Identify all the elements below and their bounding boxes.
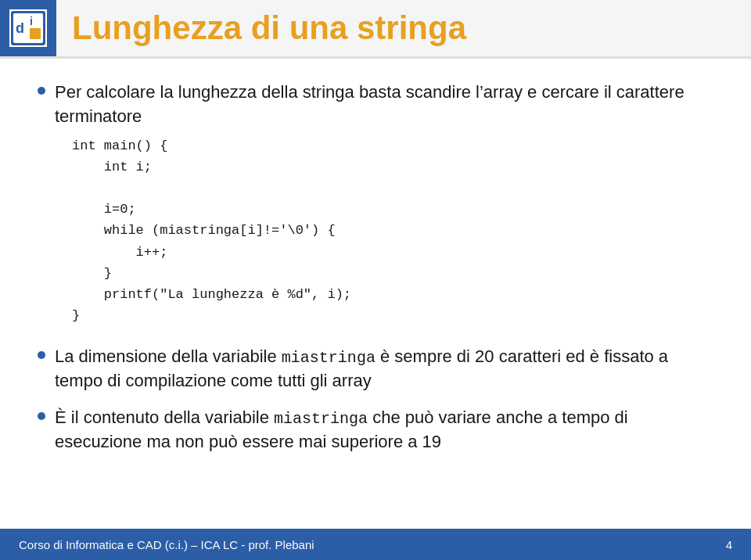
svg-text:i: i [30, 15, 33, 27]
code-line-2: int i; [72, 156, 713, 178]
footer-page-number: 4 [726, 538, 732, 551]
code-line-4: i=0; [72, 199, 713, 220]
code-line-6: i++; [72, 242, 713, 263]
slide-title: Lunghezza di una stringa [56, 9, 466, 47]
svg-text:d: d [16, 20, 24, 36]
code-line-1: int main() { [72, 135, 713, 156]
slide-container: d i Lunghezza di una stringa Per calcola… [0, 0, 751, 560]
code-line-7: } [72, 263, 713, 284]
code-line-9: } [72, 305, 713, 326]
main-content: Per calcolare la lunghezza della stringa… [0, 59, 751, 529]
code-line-5: while (miastringa[i]!='\0') { [72, 220, 713, 241]
bullet-2-text-part1: La dimensione della variabile [55, 346, 282, 366]
bullet-2-code: miastringa [282, 349, 376, 367]
code-line-8: printf("La lunghezza è %d", i); [72, 284, 713, 305]
code-line-3 [72, 178, 713, 199]
bullet-item-2: La dimensione della variabile miastringa… [38, 345, 713, 393]
header-logo: d i [0, 0, 56, 56]
bullet-item-3: È il contenuto della variabile miastring… [38, 406, 713, 454]
bullet-3-code: miastringa [274, 410, 368, 428]
header: d i Lunghezza di una stringa [0, 0, 751, 59]
code-block-1: int main() { int i; i=0; while (miastrin… [72, 135, 713, 327]
bullet-2-content: La dimensione della variabile miastringa… [55, 345, 713, 393]
bullet-1-content: Per calcolare la lunghezza della stringa… [55, 81, 713, 332]
bullet-dot-2 [38, 351, 45, 359]
bullet-1-text: Per calcolare la lunghezza della stringa… [55, 81, 713, 129]
bullet-3-text-part1: È il contenuto della variabile [55, 407, 274, 427]
footer-left-text: Corso di Informatica e CAD (c.i.) – ICA … [19, 538, 314, 551]
bullet-dot-1 [38, 87, 45, 95]
footer: Corso di Informatica e CAD (c.i.) – ICA … [0, 529, 751, 560]
svg-rect-4 [30, 28, 41, 39]
bullet-dot-3 [38, 412, 45, 420]
bullet-3-content: È il contenuto della variabile miastring… [55, 406, 713, 454]
logo-icon: d i [8, 8, 49, 48]
bullet-item-1: Per calcolare la lunghezza della stringa… [38, 81, 713, 332]
